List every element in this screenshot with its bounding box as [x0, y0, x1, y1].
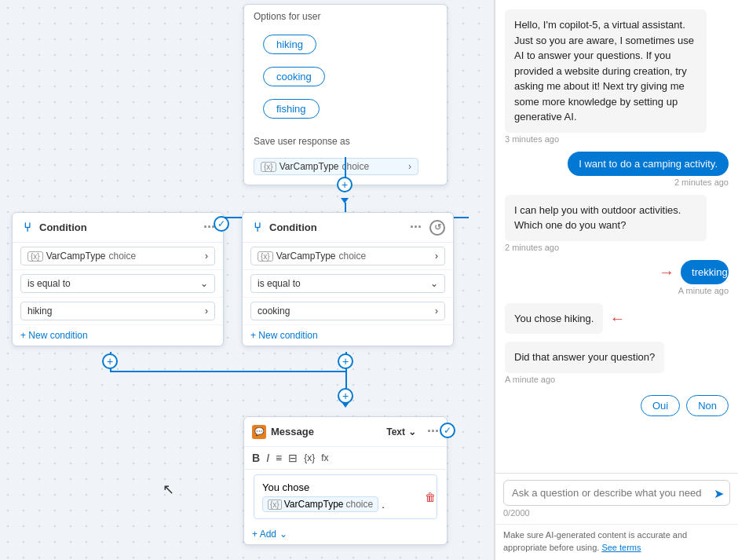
var-arrow: › [408, 161, 411, 172]
bold-icon[interactable]: B [252, 452, 260, 464]
history-circle-right: ↺ [429, 220, 445, 236]
message-title: Message [271, 426, 314, 437]
option-chip-hiking[interactable]: hiking [263, 35, 316, 54]
char-count: 0/2000 [503, 508, 730, 518]
message-toolbar: B I ≡ ⊟ {x} fx [244, 447, 447, 470]
disclaimer-text: Make sure AI-generated content is accura… [503, 530, 687, 551]
see-terms-link[interactable]: See terms [601, 543, 641, 552]
options-title: Options for user [244, 5, 447, 28]
chat-panel: Hello, I'm copilot-5, a virtual assistan… [495, 0, 738, 560]
new-cond-right-label: + New condition [250, 330, 318, 341]
arrow-red-left: ← [609, 309, 625, 328]
chat-timestamp-1: 2 minutes ago [674, 178, 729, 187]
option-chip-cooking[interactable]: cooking [263, 67, 325, 86]
condition-right-val-arrow: › [435, 306, 438, 317]
option-chip-fishing[interactable]: fishing [263, 99, 320, 119]
chat-msg-hiking: You chose hiking. [505, 303, 603, 335]
plus-circle-message[interactable]: + [338, 388, 353, 404]
condition-right-val-row: cooking › [243, 298, 453, 325]
message-menu[interactable]: ··· [427, 423, 439, 440]
var-name: VarCampType [279, 161, 339, 172]
fork-icon-left: ⑂ [20, 221, 35, 235]
condition-left-var-type: choice [109, 251, 137, 262]
condition-left-new[interactable]: + New condition [13, 325, 223, 346]
condition-right-op-arrow: ⌄ [430, 278, 438, 289]
chat-msg-did-answer: Did that answer your question? [505, 342, 664, 373]
condition-right-operator: is equal to [258, 278, 301, 289]
condition-card-right: ⑂ Condition ··· ↺ {x} VarCampType choice… [242, 212, 454, 346]
arrow-red-right: → [659, 263, 674, 281]
condition-right-header: ⑂ Condition ··· ↺ [243, 213, 453, 243]
chat-row-0: Hello, I'm copilot-5, a virtual assistan… [505, 9, 729, 144]
var-label-x: {x} [261, 162, 276, 172]
h-line-bottom [110, 371, 345, 372]
save-response-label: Save user response as [244, 130, 447, 153]
msg-var-name: VarCampType [284, 499, 344, 510]
disclaimer: Make sure AI-generated content is accura… [495, 524, 738, 560]
plus-circle-right-bottom[interactable]: + [338, 353, 353, 369]
italic-icon[interactable]: I [266, 452, 269, 464]
list-icon[interactable]: ≡ [276, 452, 282, 464]
chat-timestamp-0: 3 minutes ago [505, 134, 559, 144]
condition-right-val-dropdown[interactable]: cooking › [250, 302, 445, 320]
msg-x-badge: {x} [268, 500, 282, 510]
condition-left-var-dropdown[interactable]: {x} VarCampType choice › [20, 247, 215, 265]
fx-icon[interactable]: fx [321, 452, 328, 463]
chat-msg-bot-2: I can help you with outdoor activities. … [505, 195, 707, 241]
ordered-list-icon[interactable]: ⊟ [288, 452, 298, 464]
condition-left-header: ⑂ Condition ··· [13, 213, 223, 243]
var-pill[interactable]: {x} VarCampType choice › [254, 158, 418, 175]
msg-prefix: You chose [262, 481, 309, 493]
chat-msg-bot-0: Hello, I'm copilot-5, a virtual assistan… [505, 9, 707, 133]
condition-left-val-row: hiking › [13, 298, 223, 325]
chat-input-area: ➤ 0/2000 [495, 473, 738, 524]
condition-left-val-arrow: › [205, 306, 208, 317]
chat-input[interactable] [503, 480, 730, 506]
condition-right-value: cooking [258, 306, 290, 317]
condition-right-var-name: VarCampType [276, 251, 336, 262]
plus-circle-1[interactable]: + [337, 177, 353, 192]
condition-right-menu[interactable]: ··· [410, 219, 422, 236]
add-chevron: ⌄ [279, 529, 287, 540]
hiking-row: You chose hiking. ← [505, 303, 625, 335]
condition-card-left: ⑂ Condition ··· {x} VarCampType choice ›… [12, 212, 224, 346]
condition-left-var-row: {x} VarCampType choice › [13, 243, 223, 270]
chat-row-4: You chose hiking. ← [505, 303, 729, 335]
message-icon: 💬 [252, 425, 266, 439]
msg-var-type: choice [346, 499, 374, 510]
condition-right-new[interactable]: + New condition [243, 325, 453, 346]
condition-left-title: Condition [39, 221, 87, 233]
condition-right-var-type: choice [339, 251, 367, 262]
trekking-row: → trekking [648, 260, 729, 284]
condition-right-op-dropdown[interactable]: is equal to ⌄ [250, 274, 445, 293]
chat-timestamp-2: 2 minutes ago [505, 243, 559, 252]
check-circle-message: ✓ [440, 423, 455, 438]
oui-non-row: Oui Non [505, 392, 729, 419]
condition-left-value: hiking [27, 306, 52, 317]
variable-icon[interactable]: {x} [304, 452, 315, 463]
check-circle-left: ✓ [214, 216, 229, 232]
condition-left-var-arrow: › [205, 251, 208, 262]
message-type-label: Text [386, 426, 405, 437]
condition-left-op-row: is equal to ⌄ [13, 270, 223, 298]
condition-left-operator: is equal to [27, 278, 71, 289]
msg-var-pill: {x} VarCampType choice [262, 496, 378, 512]
condition-left-op-arrow: ⌄ [200, 278, 208, 289]
message-content[interactable]: You chose {x} VarCampType choice . [254, 474, 437, 519]
condition-left-val-dropdown[interactable]: hiking › [20, 302, 215, 320]
oui-button[interactable]: Oui [641, 395, 680, 416]
send-button[interactable]: ➤ [714, 485, 724, 500]
chat-row-5: Did that answer your question? A minute … [505, 342, 729, 384]
message-card: 💬 Message Text ⌄ ··· B I ≡ ⊟ {x} fx You … [243, 416, 448, 545]
condition-left-op-dropdown[interactable]: is equal to ⌄ [20, 274, 215, 293]
condition-left-var-name: VarCampType [46, 251, 106, 262]
cursor: ↖ [163, 481, 174, 498]
message-type-select[interactable]: Text ⌄ [386, 426, 416, 437]
add-btn[interactable]: + Add ⌄ [244, 524, 447, 544]
condition-right-var-row: {x} VarCampType choice › [243, 243, 453, 270]
trash-icon[interactable]: 🗑 [425, 491, 436, 503]
plus-circle-left-bottom[interactable]: + [102, 353, 118, 369]
x-badge-left: {x} [27, 251, 43, 262]
non-button[interactable]: Non [686, 395, 729, 416]
condition-right-var-dropdown[interactable]: {x} VarCampType choice › [250, 247, 445, 265]
